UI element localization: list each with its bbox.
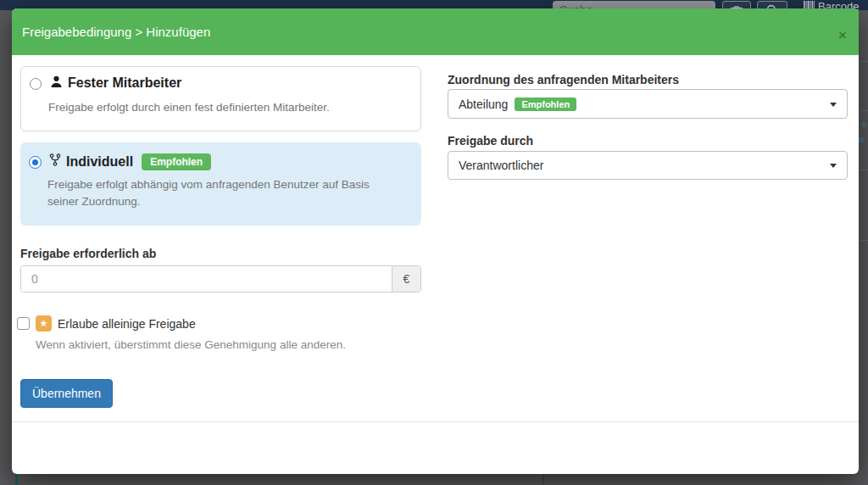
- sole-approval-row[interactable]: ★ Erlaube alleinige Freigabe: [17, 315, 196, 332]
- background-text-fragment: s: [861, 119, 866, 129]
- option-description: Freigabe erfolgt abhängig vom anfragende…: [47, 176, 387, 209]
- currency-addon: €: [392, 266, 420, 292]
- modal-title: Freigabebedingung > Hinzufügen: [22, 8, 210, 55]
- approval-by-label: Freigabe durch: [448, 134, 533, 148]
- sole-approval-checkbox[interactable]: [17, 317, 30, 330]
- amount-input[interactable]: [21, 266, 392, 292]
- modal-header: Freigabebedingung > Hinzufügen ×: [12, 8, 859, 55]
- fork-icon: [49, 153, 61, 170]
- empfohlen-badge-small: Empfohlen: [515, 98, 576, 111]
- assignment-select[interactable]: Abteilung Empfohlen: [448, 89, 848, 119]
- background-table-line: [860, 61, 868, 62]
- sole-approval-label: Erlaube alleinige Freigabe: [58, 317, 196, 331]
- background-table-line: [860, 110, 868, 111]
- background-text-fragment: a: [859, 134, 864, 144]
- modal-footer: Schließen: [12, 421, 859, 474]
- approval-by-value: Verantwortlicher: [459, 159, 543, 172]
- radio-fester-mitarbeiter[interactable]: [30, 78, 42, 90]
- option-description: Freigabe erfolgt durch einen fest defini…: [48, 99, 404, 116]
- approval-by-select[interactable]: Verantwortlicher: [448, 151, 848, 180]
- sole-approval-description: Wenn aktiviert, überstimmt diese Genehmi…: [36, 338, 346, 351]
- caret-down-icon: [830, 164, 837, 168]
- assignment-value: Abteilung: [459, 98, 508, 111]
- background-table-line: [860, 240, 868, 241]
- person-icon: [50, 75, 63, 92]
- amount-label: Freigabe erforderlich ab: [20, 247, 156, 260]
- background-column-divider: [542, 473, 544, 485]
- option-fester-mitarbeiter[interactable]: Fester Mitarbeiter Freigabe erfolgt durc…: [20, 66, 421, 131]
- option-individuell[interactable]: Individuell Empfohlen Freigabe erfolgt a…: [20, 142, 421, 226]
- amount-input-group: €: [20, 265, 421, 293]
- caret-down-icon: [830, 103, 837, 107]
- freigabebedingung-modal: Freigabebedingung > Hinzufügen × Fester …: [12, 8, 859, 474]
- empfohlen-badge: Empfohlen: [142, 153, 211, 170]
- background-table-line: [860, 170, 868, 170]
- option-title: Individuell: [66, 154, 133, 170]
- star-icon: ★: [36, 315, 52, 332]
- assignment-label: Zuordnung des anfragenden Mitarbeiters: [448, 73, 679, 86]
- close-icon[interactable]: ×: [838, 28, 847, 42]
- option-title: Fester Mitarbeiter: [68, 75, 181, 91]
- apply-button[interactable]: Übernehmen: [20, 379, 113, 408]
- radio-individuell[interactable]: [29, 156, 42, 169]
- background-panel-accent: [15, 473, 18, 485]
